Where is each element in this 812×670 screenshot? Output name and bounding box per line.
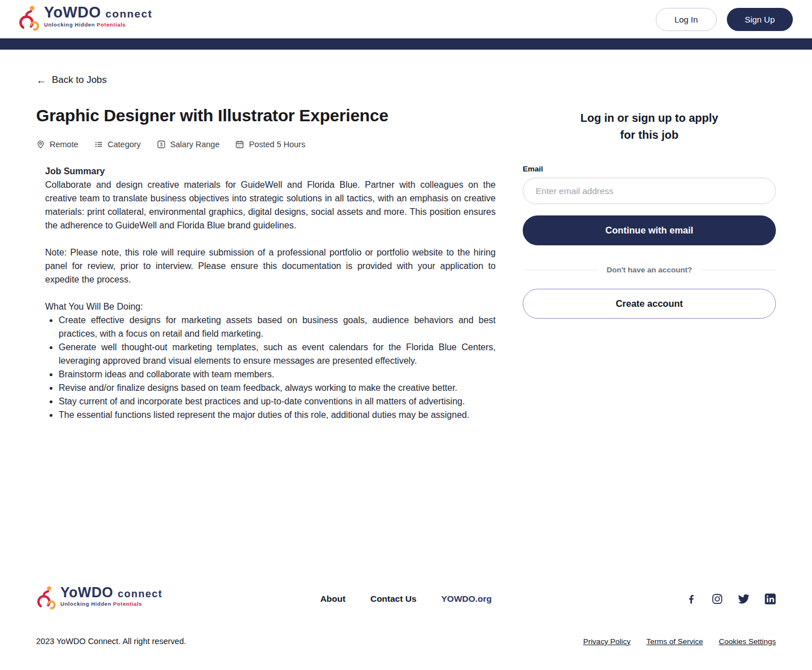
- job-duties-list: Create effective designs for marketing a…: [45, 314, 496, 422]
- meta-salary: $ Salary Range: [157, 140, 220, 149]
- list-item: Brainstorm ideas and collaborate with te…: [59, 368, 496, 381]
- brand-tagline: Unlocking Hidden Potentials: [60, 601, 162, 607]
- social-icons-row: [686, 593, 776, 605]
- log-in-button[interactable]: Log In: [656, 8, 717, 31]
- privacy-policy-link[interactable]: Privacy Policy: [583, 637, 630, 646]
- email-label: Email: [523, 165, 776, 173]
- brand-logo[interactable]: YoWDO connect Unlocking Hidden Potential…: [18, 5, 152, 33]
- email-input[interactable]: [523, 178, 776, 204]
- list-item: The essential functions listed represent…: [59, 408, 496, 422]
- footer-nav-links: About Contact Us YOWDO.org: [320, 594, 492, 604]
- brand-suffix: connect: [118, 589, 163, 599]
- cookies-settings-link[interactable]: Cookies Settings: [719, 637, 776, 646]
- list-item: Revise and/or finalize designs based on …: [59, 381, 496, 395]
- footer-link-contact-us[interactable]: Contact Us: [370, 594, 417, 604]
- footer-brand-logo[interactable]: YoWDO connect Unlocking Hidden Potential…: [36, 585, 320, 612]
- footer-link-about[interactable]: About: [320, 594, 346, 604]
- job-body-text: Job Summary Collaborate and design creat…: [36, 165, 496, 422]
- list-item: Generate well thought-out marketing temp…: [59, 341, 496, 368]
- continue-with-email-button[interactable]: Continue with email: [523, 215, 776, 245]
- page-footer: YoWDO connect Unlocking Hidden Potential…: [0, 585, 812, 670]
- job-meta-row: Remote Category $: [36, 140, 496, 149]
- meta-posted: Posted 5 Hours: [235, 140, 305, 149]
- brand-name: YoWDO: [60, 585, 113, 600]
- sign-up-button[interactable]: Sign Up: [727, 8, 793, 31]
- instagram-icon[interactable]: [712, 593, 723, 605]
- apply-card-heading: Log in or sign up to apply for this job: [523, 109, 776, 143]
- wheelchair-logo-icon: [18, 5, 41, 33]
- linkedin-icon[interactable]: [765, 593, 776, 605]
- create-account-button[interactable]: Create account: [523, 289, 776, 319]
- auth-actions: Log In Sign Up: [656, 8, 793, 31]
- location-pin-icon: [36, 140, 45, 149]
- job-note-paragraph: Note: Please note, this role will requir…: [45, 246, 496, 286]
- svg-text:$: $: [160, 142, 162, 147]
- job-detail-page: ← Back to Jobs Graphic Designer with Ill…: [0, 50, 812, 585]
- twitter-icon[interactable]: [738, 593, 750, 605]
- posted-calendar-icon: [235, 140, 244, 149]
- list-item: Stay current of and incorporate best pra…: [59, 395, 496, 408]
- job-description-section: Graphic Designer with Illustrator Experi…: [36, 106, 496, 422]
- terms-of-service-link[interactable]: Terms of Service: [646, 637, 703, 646]
- job-title: Graphic Designer with Illustrator Experi…: [36, 106, 496, 125]
- job-summary-paragraph: Collaborate and design creative material…: [45, 178, 496, 232]
- brand-name: YoWDO: [44, 5, 101, 20]
- copyright-text: 2023 YoWDO Connect. All right reserved.: [36, 637, 186, 646]
- job-doing-heading: What You Will Be Doing:: [45, 300, 496, 314]
- legal-links: Privacy Policy Terms of Service Cookies …: [583, 637, 776, 646]
- wheelchair-logo-icon: [36, 585, 57, 612]
- salary-range-icon: $: [157, 140, 166, 149]
- no-account-divider: Don't have an account?: [523, 266, 776, 274]
- back-to-jobs-link[interactable]: ← Back to Jobs: [36, 74, 107, 86]
- brand-suffix: connect: [105, 8, 152, 19]
- top-navigation-bar: YoWDO connect Unlocking Hidden Potential…: [0, 0, 812, 38]
- back-arrow-icon: ←: [36, 75, 46, 85]
- navy-divider-bar: [0, 38, 812, 50]
- list-item: Create effective designs for marketing a…: [59, 314, 496, 341]
- apply-card: Log in or sign up to apply for this job …: [523, 106, 776, 319]
- facebook-icon[interactable]: [686, 593, 697, 605]
- brand-tagline: Unlocking Hidden Potentials: [44, 22, 152, 28]
- job-summary-heading: Job Summary: [45, 165, 496, 178]
- meta-location: Remote: [36, 140, 78, 149]
- category-list-icon: [94, 140, 103, 149]
- footer-link-yowdo-org[interactable]: YOWDO.org: [442, 594, 492, 604]
- meta-category: Category: [94, 140, 141, 149]
